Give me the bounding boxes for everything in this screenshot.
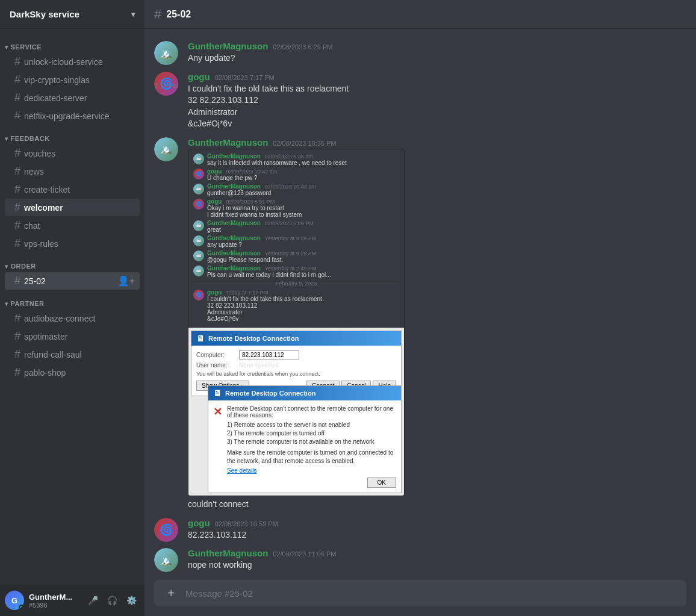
sidebar-item-welcomer[interactable]: # welcomer [5, 199, 140, 216]
message-timestamp: 02/08/2023 6:29 PM [273, 43, 332, 51]
hash-icon: # [14, 147, 20, 160]
hash-icon: # [14, 312, 20, 325]
user-footer: G GuntherM... #5396 🎤 🎧 ⚙️ [0, 585, 144, 616]
hash-icon: # [14, 165, 20, 178]
hash-icon: # [14, 183, 20, 196]
category-order[interactable]: ORDER [0, 253, 144, 272]
hash-icon: # [14, 55, 20, 68]
user-info: GuntherM... #5396 [29, 593, 82, 609]
category-partner[interactable]: PARTNER [0, 290, 144, 310]
deafen-button[interactable]: 🎧 [104, 592, 120, 609]
hash-icon: # [14, 201, 20, 214]
sidebar-item-pablo-shop[interactable]: # pablo-shop [5, 364, 140, 381]
message-author[interactable]: GuntherMagnuson [188, 548, 268, 558]
message-content: gogu 02/08/2023 7:17 PM 7:17 PM I couldn… [188, 72, 686, 130]
channel-name: 25-02 [166, 9, 191, 20]
avatar[interactable]: G [5, 591, 24, 610]
sidebar-item-spotimaster[interactable]: # spotimaster [5, 328, 140, 345]
message-timestamp: 02/08/2023 10:35 PM [273, 140, 336, 147]
message-author[interactable]: GuntherMagnuson [188, 41, 268, 51]
category-service[interactable]: SERVICE [0, 34, 144, 53]
message-group: 🏔️ GuntherMagnuson 02/08/2023 10:35 PM 🏔 [144, 135, 696, 513]
chat-input-area: + [144, 580, 696, 616]
message-group: 🏔️ GuntherMagnuson 02/08/2023 6:29 PM An… [144, 39, 696, 67]
footer-controls: 🎤 🎧 ⚙️ [84, 592, 140, 609]
server-chevron-icon: ▾ [131, 10, 135, 19]
message-text: 82.223.103.112 [188, 529, 686, 541]
message-content: GuntherMagnuson 02/08/2023 11:06 PM nope… [188, 548, 686, 571]
hash-icon: # [14, 330, 20, 343]
sidebar-item-news[interactable]: # news [5, 163, 140, 180]
message-input[interactable] [185, 588, 679, 599]
avatar[interactable]: 🌀 [154, 518, 178, 542]
user-settings-button[interactable]: ⚙️ [123, 592, 140, 609]
hash-icon: # [14, 110, 20, 122]
footer-tag: #5396 [29, 602, 82, 609]
avatar[interactable]: 🏔️ [154, 41, 178, 65]
avatar[interactable]: 🏔️ [154, 548, 178, 572]
message-content: gogu 02/08/2023 10:59 PM 82.223.103.112 [188, 518, 686, 541]
chat-header: # 25-02 [144, 0, 696, 29]
category-feedback[interactable]: FEEDBACK [0, 125, 144, 145]
message-timestamp: 02/08/2023 11:06 PM [273, 550, 336, 558]
sidebar-item-netflix-upgrade-service[interactable]: # netflix-upgrade-service [5, 107, 140, 125]
hash-icon: # [14, 92, 20, 104]
hash-icon: # [14, 275, 20, 287]
message-text: couldn't connect [188, 499, 686, 511]
mute-microphone-button[interactable]: 🎤 [84, 592, 101, 609]
attach-file-button[interactable]: + [161, 583, 181, 603]
messages-area[interactable]: 🏔️ GuntherMagnuson 02/08/2023 6:29 PM An… [144, 29, 696, 580]
chat-input-wrapper: + [154, 580, 686, 606]
message-group: 🌀 gogu 02/08/2023 10:59 PM 82.223.103.11… [144, 515, 696, 544]
sidebar-item-vip-crypto-singlas[interactable]: # vip-crypto-singlas [5, 71, 140, 89]
message-text: nope not working [188, 559, 686, 571]
sidebar-item-create-ticket[interactable]: # create-ticket [5, 181, 140, 198]
hash-icon: # [14, 366, 20, 379]
message-timestamp: 02/08/2023 10:59 PM [215, 520, 278, 527]
message-author[interactable]: GuntherMagnuson [188, 137, 268, 148]
sidebar-item-refund-call-saul[interactable]: # refund-call-saul [5, 346, 140, 363]
message-timestamp: 02/08/2023 7:17 PM [215, 74, 275, 81]
hash-icon: # [14, 219, 20, 232]
footer-username: GuntherM... [29, 593, 82, 602]
server-header[interactable]: DarkSky service ▾ [0, 0, 144, 29]
avatar[interactable]: 🏔️ [154, 137, 178, 161]
online-status-dot [19, 605, 24, 610]
message-group: 🏔️ GuntherMagnuson 02/08/2023 11:06 PM n… [144, 546, 696, 574]
sidebar-item-dedicated-server[interactable]: # dedicated-server [5, 89, 140, 107]
hash-icon: # [14, 73, 20, 86]
message-author[interactable]: gogu [188, 518, 210, 528]
sidebar: DarkSky service ▾ SERVICE # unlock-iclou… [0, 0, 144, 616]
chat-area: # 25-02 🏔️ GuntherMagnuson 02/08/2023 6:… [144, 0, 696, 616]
hash-icon: # [14, 237, 20, 250]
hash-icon: # [14, 348, 20, 361]
message-author[interactable]: gogu [188, 72, 210, 82]
channel-hash-icon: # [154, 7, 161, 22]
message-text: I couldn't fix the old take this as roel… [188, 83, 686, 130]
message-group: 🌀 gogu 02/08/2023 7:17 PM 7:17 PM I coul… [144, 69, 696, 132]
server-name: DarkSky service [10, 9, 79, 19]
sidebar-item-chat[interactable]: # chat [5, 217, 140, 234]
sidebar-item-audiobaze-connect[interactable]: # audiobaze-connect [5, 310, 140, 327]
add-member-icon[interactable]: 👤+ [117, 275, 135, 287]
channel-list: SERVICE # unlock-icloud-service # vip-cr… [0, 29, 144, 585]
sidebar-item-unlock-icloud-service[interactable]: # unlock-icloud-service [5, 53, 140, 70]
message-text: Any update? [188, 52, 686, 64]
sidebar-item-25-02[interactable]: # 25-02 👤+ [5, 272, 140, 290]
sidebar-item-vouches[interactable]: # vouches [5, 145, 140, 162]
sidebar-item-vps-rules[interactable]: # vps-rules [5, 235, 140, 252]
timestamp-inline: 7:17 PM [154, 82, 179, 90]
message-content: GuntherMagnuson 02/08/2023 10:35 PM 🏔 Gu… [188, 137, 686, 511]
message-attachment[interactable]: 🏔 GuntherMagnuson 02/08/2023 6:35 am say… [188, 149, 405, 496]
message-content: GuntherMagnuson 02/08/2023 6:29 PM Any u… [188, 41, 686, 64]
